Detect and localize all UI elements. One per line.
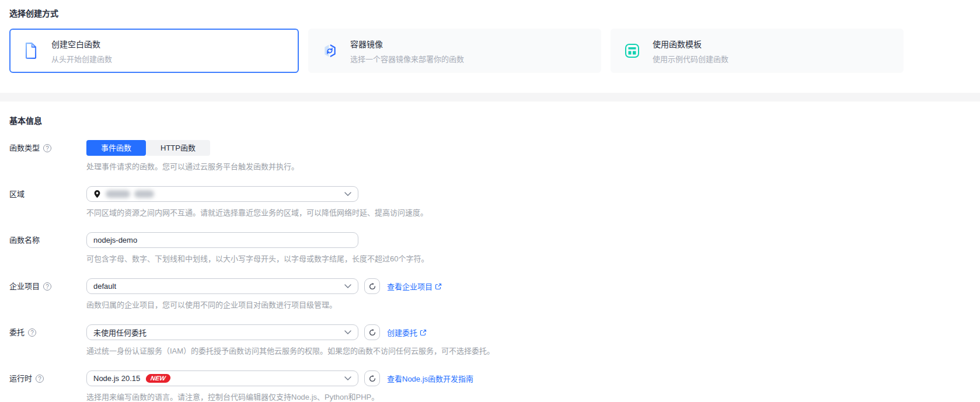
refresh-button[interactable] (364, 370, 380, 386)
basic-info-section: 基本信息 函数类型 ? 事件函数 HTTP函数 处理事件请求的函数。您可以通过云… (0, 102, 980, 401)
card-subtitle: 从头开始创建函数 (51, 53, 112, 64)
card-subtitle: 使用示例代码创建函数 (653, 53, 728, 64)
card-blank-function[interactable]: 创建空白函数 从头开始创建函数 (9, 29, 299, 73)
new-badge: NEW (145, 374, 171, 383)
chevron-down-icon (344, 284, 351, 288)
refresh-button[interactable] (364, 278, 380, 294)
region-select[interactable] (86, 186, 358, 202)
form-row-agency: 委托 ? 未使用任何委托 创建委托 (9, 324, 971, 355)
form-row-enterprise-project: 企业项目 ? default 查看企业项目 (9, 278, 971, 309)
function-type-description: 处理事件请求的函数。您可以通过云服务平台触发函数并执行。 (86, 162, 299, 171)
agency-description: 通过统一身份认证服务（IAM）的委托授予函数访问其他云服务的权限。如果您的函数不… (86, 347, 494, 355)
runtime-select[interactable]: Node.js 20.15 NEW (86, 370, 358, 386)
help-icon[interactable]: ? (36, 375, 44, 383)
form-row-runtime: 运行时 ? Node.js 20.15 NEW (9, 370, 971, 401)
card-title: 使用函数模板 (653, 38, 728, 50)
basic-info-title: 基本信息 (9, 114, 971, 126)
chevron-down-icon (344, 192, 351, 196)
help-icon[interactable]: ? (43, 282, 51, 291)
creation-method-cards: 创建空白函数 从头开始创建函数 容器镜像 选择一个容器镜像来部署你的函数 (9, 29, 971, 73)
agency-value: 未使用任何委托 (93, 327, 147, 338)
refresh-button[interactable] (364, 324, 380, 340)
function-type-label: 函数类型 ? (9, 140, 86, 156)
agency-label: 委托 ? (9, 324, 86, 340)
region-redacted-value (134, 190, 154, 198)
external-link-icon (435, 283, 442, 290)
enterprise-project-value: default (93, 282, 116, 291)
card-subtitle: 选择一个容器镜像来部署你的函数 (350, 53, 464, 64)
region-redacted-value (106, 190, 130, 198)
card-title: 容器镜像 (350, 38, 464, 50)
nodejs-guide-link[interactable]: 查看Node.js函数开发指南 (387, 373, 473, 384)
function-type-toggle: 事件函数 HTTP函数 (86, 140, 299, 156)
enterprise-project-label: 企业项目 ? (9, 278, 86, 294)
function-name-description: 可包含字母、数字、下划线和中划线，以大小写字母开头，以字母或数字结尾，长度不超过… (86, 254, 428, 263)
function-name-input[interactable] (86, 232, 358, 248)
refresh-icon (368, 375, 376, 383)
container-image-icon (321, 43, 339, 58)
help-icon[interactable]: ? (28, 328, 36, 337)
refresh-icon (368, 282, 376, 291)
create-agency-link[interactable]: 创建委托 (387, 327, 427, 338)
enterprise-project-description: 函数归属的企业项目，您可以使用不同的企业项目对函数进行项目级管理。 (86, 300, 442, 309)
enterprise-project-select[interactable]: default (86, 278, 358, 294)
card-title: 创建空白函数 (51, 38, 112, 50)
help-icon[interactable]: ? (43, 144, 51, 152)
form-row-function-type: 函数类型 ? 事件函数 HTTP函数 处理事件请求的函数。您可以通过云服务平台触… (9, 140, 971, 171)
template-icon (623, 43, 641, 58)
agency-select[interactable]: 未使用任何委托 (86, 324, 358, 340)
runtime-description: 选择用来编写函数的语言。请注意，控制台代码编辑器仅支持Node.js、Pytho… (86, 393, 473, 401)
section-divider-band (0, 93, 980, 102)
runtime-label: 运行时 ? (9, 370, 86, 386)
create-method-section: 选择创建方式 创建空白函数 从头开始创建函数 (0, 0, 980, 73)
region-description: 不同区域的资源之间内网不互通。请就近选择靠近您业务的区域，可以降低网络时延、提高… (86, 208, 428, 217)
event-function-tab[interactable]: 事件函数 (86, 140, 146, 156)
form-row-region: 区域 不同区域的资源之间内网不互通。请就近选择靠近您业务的区域， (9, 186, 971, 217)
location-pin-icon (93, 190, 101, 198)
chevron-down-icon (344, 330, 351, 334)
refresh-icon (368, 328, 376, 337)
card-container-image[interactable]: 容器镜像 选择一个容器镜像来部署你的函数 (308, 29, 601, 73)
chevron-down-icon (344, 376, 351, 380)
region-label: 区域 (9, 186, 86, 202)
card-function-template[interactable]: 使用函数模板 使用示例代码创建函数 (611, 29, 904, 73)
blank-file-icon (22, 42, 40, 60)
http-function-tab[interactable]: HTTP函数 (146, 140, 210, 156)
external-link-icon (420, 329, 427, 336)
view-enterprise-project-link[interactable]: 查看企业项目 (387, 281, 442, 292)
function-name-label: 函数名称 (9, 232, 86, 248)
form-row-function-name: 函数名称 可包含字母、数字、下划线和中划线，以大小写字母开头，以字母或数字结尾，… (9, 232, 971, 263)
runtime-value: Node.js 20.15 (93, 374, 140, 383)
create-method-title: 选择创建方式 (9, 7, 971, 19)
